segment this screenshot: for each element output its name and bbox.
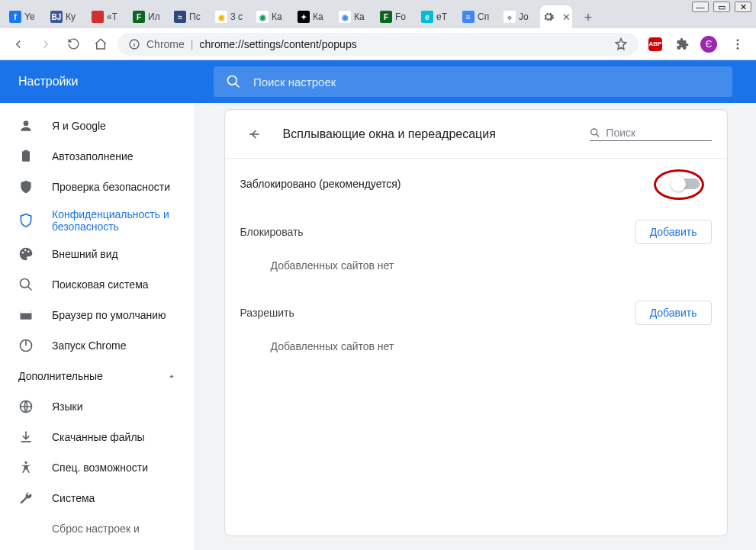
- browser-tab[interactable]: eeT: [417, 5, 457, 28]
- allow-add-button[interactable]: Добавить: [635, 301, 712, 325]
- blocked-toggle[interactable]: [672, 179, 700, 189]
- window-minimize[interactable]: —: [692, 2, 709, 12]
- sidebar-item-safety[interactable]: Проверка безопасности: [0, 172, 195, 202]
- browser-tab[interactable]: FИл: [128, 5, 169, 28]
- card-search[interactable]: [590, 127, 712, 141]
- window-close[interactable]: ✕: [735, 2, 751, 12]
- main-panel: Всплывающие окна и переадресация Заблоки…: [195, 103, 756, 550]
- advanced-label: Дополнительные: [18, 370, 103, 382]
- star-icon[interactable]: [614, 37, 628, 51]
- svg-point-17: [590, 129, 597, 135]
- browser-tab[interactable]: ◉3 с: [211, 5, 251, 28]
- sidebar-item-downloads[interactable]: Скачанные файлы: [0, 422, 195, 452]
- tab-title: Fo: [395, 11, 406, 22]
- sidebar-label: Спец. возможности: [52, 462, 148, 474]
- adblock-extension[interactable]: ABP: [645, 34, 666, 55]
- browser-tab-active[interactable]: ✕: [540, 5, 572, 28]
- browser-tab[interactable]: «Т: [87, 5, 127, 28]
- home-button[interactable]: [90, 34, 111, 55]
- sidebar-item-reset[interactable]: Сброс настроек и: [0, 513, 195, 544]
- browser-tab[interactable]: ВЈКу: [46, 5, 86, 28]
- search-icon: [226, 74, 241, 89]
- sidebar-item-search[interactable]: Поисковая система: [0, 269, 195, 300]
- sidebar-label: Автозаполнение: [52, 150, 134, 162]
- sidebar-item-default-browser[interactable]: Браузер по умолчанию: [0, 300, 195, 330]
- chevron-up-icon: [167, 371, 176, 381]
- settings-card: Всплывающие окна и переадресация Заблоки…: [224, 109, 728, 536]
- new-tab-button[interactable]: +: [577, 7, 599, 28]
- sidebar-item-startup[interactable]: Запуск Chrome: [0, 330, 195, 361]
- svg-point-16: [24, 462, 27, 464]
- favicon: F: [133, 11, 145, 23]
- browser-tab[interactable]: fYe: [5, 5, 45, 28]
- card-back-button[interactable]: [240, 121, 268, 148]
- svg-rect-7: [24, 150, 28, 153]
- browser-tab[interactable]: ✦Ка: [293, 5, 333, 28]
- browser-tab[interactable]: ≡Сп: [458, 5, 498, 28]
- sidebar-item-autofill[interactable]: Автозаполнение: [0, 141, 195, 172]
- tab-title: Ye: [24, 11, 35, 22]
- tab-close-icon[interactable]: ✕: [562, 11, 571, 23]
- search-icon: [590, 127, 600, 139]
- browser-tab[interactable]: ≈Пс: [169, 5, 210, 28]
- sidebar-label: Браузер по умолчанию: [52, 309, 166, 321]
- gear-icon: [542, 11, 555, 23]
- allow-empty-text: Добавленных сайтов нет: [225, 336, 727, 371]
- browser-tab[interactable]: ◉Ка: [252, 5, 292, 28]
- extensions-button[interactable]: [672, 34, 693, 55]
- address-bar[interactable]: Chrome | chrome://settings/content/popup…: [117, 33, 639, 56]
- sidebar-item-accessibility[interactable]: Спец. возможности: [0, 452, 195, 483]
- sidebar-item-system[interactable]: Система: [0, 483, 195, 513]
- power-icon: [18, 338, 34, 353]
- profile-avatar[interactable]: Є: [700, 34, 721, 55]
- block-add-button[interactable]: Добавить: [635, 220, 712, 244]
- settings-header: Настройки: [0, 60, 756, 103]
- svg-point-4: [228, 76, 237, 85]
- svg-point-9: [24, 249, 27, 252]
- block-section-title: Блокировать: [240, 226, 304, 238]
- sidebar-advanced-toggle[interactable]: Дополнительные: [0, 361, 195, 391]
- settings-search-input[interactable]: [253, 76, 720, 88]
- sidebar-label: Я и Google: [52, 120, 106, 132]
- globe-icon: [18, 399, 34, 414]
- favicon: ≈: [174, 11, 186, 23]
- svg-point-8: [22, 252, 24, 254]
- svg-rect-6: [22, 151, 30, 161]
- info-icon: [128, 38, 140, 50]
- settings-search[interactable]: [214, 66, 732, 97]
- allow-section-header: Разрешить Добавить: [225, 290, 727, 336]
- favicon: e: [421, 11, 433, 23]
- tab-title: Пс: [189, 11, 201, 22]
- back-button[interactable]: [8, 34, 29, 55]
- tab-title: eT: [436, 11, 447, 22]
- sidebar-item-appearance[interactable]: Внешний вид: [0, 239, 195, 269]
- tab-title: Ил: [148, 11, 160, 22]
- clipboard-icon: [18, 149, 34, 164]
- sidebar-item-languages[interactable]: Языки: [0, 391, 195, 422]
- sidebar-label: Скачанные файлы: [52, 431, 145, 443]
- reload-button[interactable]: [63, 34, 84, 55]
- download-icon: [18, 429, 34, 445]
- card-search-input[interactable]: [606, 127, 711, 139]
- sidebar-label: Запуск Chrome: [52, 339, 126, 352]
- allow-section-title: Разрешить: [240, 307, 294, 319]
- sidebar-item-profile[interactable]: Я и Google: [0, 111, 195, 141]
- block-empty-text: Добавленных сайтов нет: [225, 255, 727, 290]
- blocked-label: Заблокировано (рекомендуется): [240, 178, 401, 190]
- sidebar-label: Поисковая система: [52, 278, 149, 291]
- browser-tab[interactable]: FFo: [375, 5, 416, 28]
- url-scheme-label: Chrome: [146, 38, 185, 50]
- browser-tab[interactable]: ◉Ка: [334, 5, 375, 28]
- sidebar-label: Конфиденциальность и безопасность: [52, 208, 176, 233]
- browser-tab[interactable]: ⟐Jo: [499, 5, 539, 28]
- svg-point-1: [737, 39, 739, 41]
- menu-button[interactable]: [727, 34, 748, 55]
- tab-title: Сп: [478, 11, 489, 22]
- window-maximize[interactable]: ▭: [713, 2, 730, 12]
- forward-button[interactable]: [35, 34, 56, 55]
- sidebar-item-privacy[interactable]: Конфиденциальность и безопасность: [0, 202, 195, 239]
- settings-title: Настройки: [18, 75, 183, 88]
- wrench-icon: [18, 490, 34, 506]
- tab-title: Ка: [272, 11, 282, 22]
- url-text: chrome://settings/content/popups: [199, 38, 356, 50]
